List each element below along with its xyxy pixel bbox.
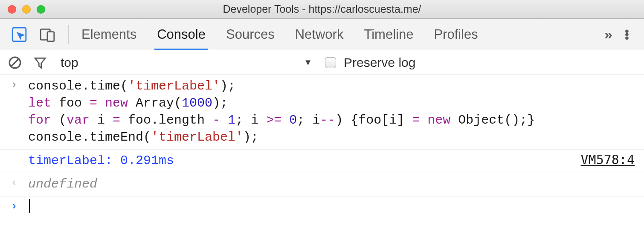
console-return-row: undefined (0, 173, 644, 196)
console-toolbar: top ▼ Preserve log (0, 50, 644, 75)
separator (68, 25, 69, 44)
tabs-overflow-button[interactable]: » (596, 26, 618, 43)
clear-console-icon[interactable] (8, 55, 22, 70)
element-picker-icon[interactable] (11, 26, 27, 43)
console-log-row: timerLabel: 0.291ms VM578:4 (0, 150, 644, 173)
prompt-marker-icon (0, 196, 28, 219)
traffic-lights (8, 5, 45, 14)
console-prompt-row[interactable] (0, 196, 644, 219)
preserve-log-label: Preserve log (344, 55, 415, 70)
text-cursor (29, 199, 30, 213)
log-marker (0, 150, 28, 173)
input-marker-icon (0, 75, 28, 149)
source-link[interactable]: VM578:4 (581, 152, 635, 167)
tab-network[interactable]: Network (295, 19, 344, 50)
more-menu-icon[interactable]: ••• (618, 29, 635, 40)
preserve-log-checkbox[interactable] (325, 57, 336, 68)
console-input-code: console.time('timerLabel'); let foo = ne… (28, 75, 644, 149)
tab-sources[interactable]: Sources (226, 19, 275, 50)
chevron-down-icon: ▼ (304, 58, 312, 67)
tab-timeline[interactable]: Timeline (364, 19, 413, 50)
device-mode-icon[interactable] (39, 26, 55, 43)
tab-console[interactable]: Console (157, 19, 206, 50)
execution-context-select[interactable]: top ▼ (61, 55, 312, 70)
tab-profiles[interactable]: Profiles (434, 19, 478, 50)
window-title: Developer Tools - https://carloscuesta.m… (0, 3, 644, 15)
output-marker-icon (0, 173, 28, 196)
filter-icon[interactable] (33, 56, 47, 69)
svg-rect-2 (47, 32, 54, 41)
window-titlebar: Developer Tools - https://carloscuesta.m… (0, 0, 644, 19)
window-zoom-button[interactable] (37, 5, 45, 14)
console-input-row: console.time('timerLabel'); let foo = ne… (0, 75, 644, 150)
window-close-button[interactable] (8, 5, 16, 14)
devtools-tabstrip: Elements Console Sources Network Timelin… (0, 19, 644, 50)
window-minimize-button[interactable] (22, 5, 31, 14)
console-log-text: timerLabel: 0.291ms (28, 150, 581, 173)
console-return-value: undefined (28, 173, 644, 196)
tab-elements[interactable]: Elements (81, 19, 136, 50)
context-label: top (61, 55, 78, 70)
console-prompt-input[interactable] (28, 196, 644, 219)
tab-list: Elements Console Sources Network Timelin… (81, 19, 596, 50)
console-body: console.time('timerLabel'); let foo = ne… (0, 75, 644, 219)
